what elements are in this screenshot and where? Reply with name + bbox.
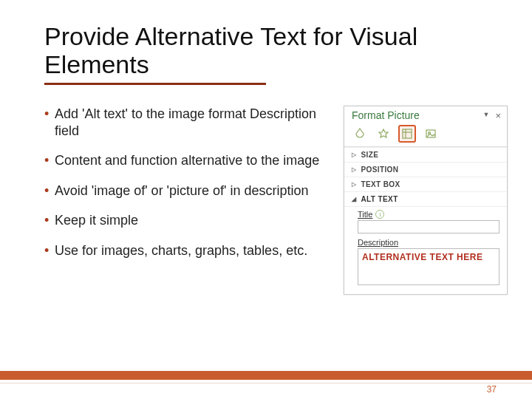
bullet-list: Add 'Alt text' to the image format Descr… <box>44 106 336 272</box>
property-position[interactable]: ▷ POSITION <box>344 162 507 177</box>
size-properties-icon[interactable] <box>399 126 415 142</box>
alt-title-input[interactable] <box>358 220 499 233</box>
bullet-item: Add 'Alt text' to the image format Descr… <box>44 106 336 139</box>
property-textbox[interactable]: ▷ TEXT BOX <box>344 177 507 191</box>
slide-title: Provide Alternative Text for Visual Elem… <box>44 22 502 78</box>
property-alttext[interactable]: ◢ ALT TEXT <box>344 191 507 206</box>
panel-tab-icons <box>344 123 507 146</box>
bullet-item: Keep it simple <box>44 212 336 229</box>
picture-icon[interactable] <box>423 126 439 142</box>
effects-icon[interactable] <box>375 126 392 142</box>
property-size[interactable]: ▷ SIZE <box>344 147 507 162</box>
close-icon[interactable]: × <box>495 111 501 120</box>
bullet-item: Avoid 'image of' or 'picture of' in desc… <box>44 183 336 200</box>
chevron-down-icon: ◢ <box>352 196 356 202</box>
panel-header: Format Picture ▼ × <box>344 106 507 123</box>
alt-desc-label: Description <box>358 238 398 247</box>
page-number: 37 <box>487 384 497 395</box>
alt-title-label: Title <box>358 210 372 219</box>
alttext-body: Title i Description <box>344 206 507 294</box>
alt-desc-input[interactable] <box>358 248 499 285</box>
chevron-right-icon: ▷ <box>352 151 356 158</box>
panel-menu-icon[interactable]: ▼ <box>482 111 489 118</box>
bullet-item: Use for images, charts, graphs, tables, … <box>44 242 336 259</box>
fill-icon[interactable] <box>352 126 368 142</box>
panel-title: Format Picture <box>352 109 420 121</box>
property-label: POSITION <box>361 166 398 174</box>
title-underline <box>44 83 266 85</box>
chevron-right-icon: ▷ <box>352 181 356 188</box>
format-picture-panel: Format Picture ▼ × <box>344 106 508 295</box>
bullet-item: Content and function alternative to the … <box>44 152 336 169</box>
svg-marker-0 <box>379 129 388 137</box>
svg-rect-1 <box>403 129 412 138</box>
info-icon[interactable]: i <box>375 210 384 219</box>
footer-bar <box>0 371 532 380</box>
chevron-right-icon: ▷ <box>352 166 356 173</box>
property-label: TEXT BOX <box>361 180 400 188</box>
property-label: ALT TEXT <box>361 195 398 203</box>
property-label: SIZE <box>361 151 378 159</box>
